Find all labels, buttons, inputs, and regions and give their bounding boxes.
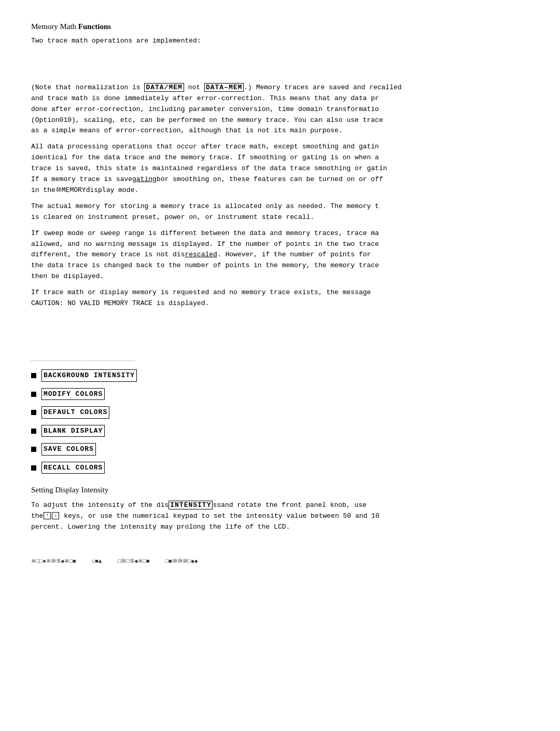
menu-item-save[interactable]: SAVE COLORS [31,443,529,456]
paragraph-3: The actual memory for storing a memory t… [31,201,529,223]
setting-paragraph: To adjust the intensity of the disINTENS… [31,500,529,532]
page-container: Memory Math Functions Two trace math ope… [31,21,529,566]
menu-label-background[interactable]: BACKGROUND INTENSITY [41,369,137,382]
menu-label-blank[interactable]: BLANK DISPLAY [41,425,105,437]
menu-bullet-6 [31,465,36,471]
section-title: Memory Math Functions [31,21,529,33]
highlight-intensity: INTENSITY [169,501,213,509]
menu-label-save[interactable]: SAVE COLORS [41,443,96,456]
menu-label-default[interactable]: DEFAULT COLORS [41,406,109,419]
menu-item-background[interactable]: BACKGROUND INTENSITY [31,369,529,382]
setting-title: Setting Display Intensity [31,484,529,496]
paragraph-2: All data processing operations that occu… [31,142,529,196]
footer-bar: ※□□●※⑩⑤◆※□■ ☺■▲ □⑩□⑤◆※□■ □■⑩⑩⑩□◆◆ [31,553,529,566]
down-arrow-icon: ↓ [52,512,59,519]
section-title-bold: Functions [78,22,111,31]
spacer-mid [31,314,529,345]
footer-part3: □⑩□⑤◆※□■ [117,557,149,566]
intro-text: Two trace math operations are implemente… [31,36,529,47]
footer-part4: □■⑩⑩⑩□◆◆ [165,557,198,566]
menu-bullet-1 [31,373,36,378]
menu-label-modify[interactable]: MODIFY COLORS [41,388,105,401]
up-arrow-icon: ↑ [44,512,51,519]
menu-divider [31,361,135,361]
menu-bullet-3 [31,410,36,415]
highlight-datamem2: DATA–MEM [204,83,244,92]
menu-item-blank[interactable]: BLANK DISPLAY [31,425,529,437]
spacer-top [31,51,529,82]
menu-bullet-5 [31,447,36,452]
footer-part2: ☺■▲ [92,557,102,566]
menu-bullet-2 [31,392,36,397]
menu-item-modify[interactable]: MODIFY COLORS [31,388,529,401]
menu-section: BACKGROUND INTENSITY MODIFY COLORS DEFAU… [31,361,529,474]
spacer-mid2 [31,345,529,355]
paragraph-4: If sweep mode or sweep range is differen… [31,228,529,282]
footer-part1: ※□□●※⑩⑤◆※□■ [31,557,76,566]
menu-label-recall[interactable]: RECALL COLORS [41,462,105,474]
menu-bullet-4 [31,429,36,434]
paragraph-5: If trace math or display memory is reque… [31,287,529,309]
paragraph-1: (Note that normalization is DATA/MEM not… [31,82,529,136]
menu-item-recall[interactable]: RECALL COLORS [31,462,529,474]
highlight-datamem1: DATA/MEM [144,83,184,92]
menu-item-default[interactable]: DEFAULT COLORS [31,406,529,419]
